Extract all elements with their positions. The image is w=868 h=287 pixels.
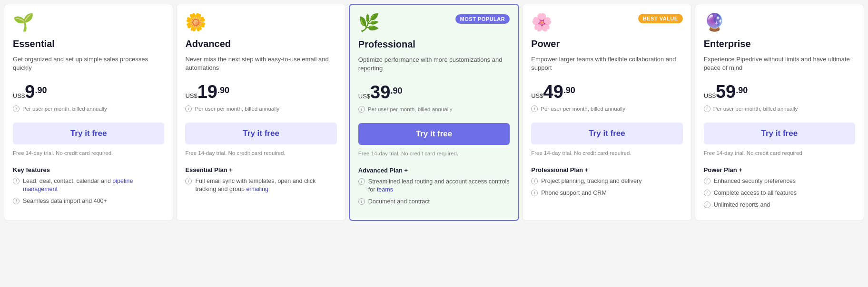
trial-note-enterprise: Free 14-day trial. No credit card requir… [704, 150, 855, 156]
feature-item-power-0: iProject planning, tracking and delivery [531, 177, 682, 185]
plan-price-enterprise: US$59.90 [704, 83, 855, 101]
billing-info-icon-essential: i [13, 105, 20, 112]
price-billing-advanced: iPer user per month, billed annually [185, 105, 336, 112]
feature-item-enterprise-1: iComplete access to all features [704, 189, 855, 197]
price-billing-enterprise: iPer user per month, billed annually [704, 105, 855, 112]
feature-item-essential-1: iSeamless data import and 400+ [13, 197, 164, 205]
feature-item-professional-1: iDocument and contract [358, 198, 510, 206]
price-currency-advanced: US$ [185, 92, 197, 99]
try-btn-power[interactable]: Try it free [531, 123, 682, 144]
plan-card-advanced: 🌼AdvancedNever miss the next step with e… [176, 4, 345, 221]
try-btn-essential[interactable]: Try it free [13, 123, 164, 144]
trial-note-advanced: Free 14-day trial. No credit card requir… [185, 150, 336, 156]
feature-info-icon-enterprise-0: i [704, 178, 710, 184]
feature-item-professional-0: iStreamlined lead routing and account ac… [358, 178, 510, 194]
features-title-professional: Advanced Plan + [358, 167, 510, 174]
plan-price-advanced: US$19.90 [185, 83, 336, 101]
plan-description-essential: Get organized and set up simple sales pr… [13, 55, 164, 74]
price-billing-power: iPer user per month, billed annually [531, 105, 682, 112]
price-decimal-advanced: .90 [217, 86, 229, 96]
plan-name-essential: Essential [13, 38, 164, 49]
billing-info-icon-professional: i [358, 106, 365, 113]
plan-icon-professional: 🌿 [358, 14, 380, 31]
price-billing-professional: iPer user per month, billed annually [358, 106, 510, 113]
price-amount-essential: 9 [25, 83, 35, 101]
plan-name-enterprise: Enterprise [704, 38, 855, 49]
features-title-advanced: Essential Plan + [185, 166, 336, 173]
feature-item-enterprise-0: iEnhanced security preferences [704, 177, 855, 185]
plan-description-enterprise: Experience Pipedrive without limits and … [704, 55, 855, 74]
plan-icon-power: 🌸 [531, 14, 552, 31]
plan-badge-power: BEST VALUE [638, 14, 683, 23]
price-decimal-professional: .90 [390, 86, 402, 96]
feature-item-essential-0: iLead, deal, contact, calendar and pipel… [13, 177, 164, 193]
billing-text-professional: Per user per month, billed annually [368, 106, 453, 112]
features-title-essential: Key features [13, 166, 164, 173]
billing-text-essential: Per user per month, billed annually [22, 106, 107, 112]
feature-info-icon-enterprise-2: i [704, 201, 710, 208]
feature-text-professional-1: Document and contract [368, 198, 430, 206]
price-amount-advanced: 19 [197, 83, 217, 101]
feature-item-enterprise-2: iUnlimited reports and [704, 201, 855, 209]
plans-container: 🌱EssentialGet organized and set up simpl… [4, 4, 864, 221]
plan-description-power: Empower larger teams with flexible colla… [531, 55, 682, 74]
feature-info-icon-power-1: i [531, 190, 538, 196]
trial-note-power: Free 14-day trial. No credit card requir… [531, 150, 682, 156]
trial-note-essential: Free 14-day trial. No credit card requir… [13, 150, 164, 156]
plan-header-power: 🌸BEST VALUE [531, 14, 682, 31]
feature-item-advanced-0: iFull email sync with templates, open an… [185, 177, 336, 193]
plan-card-power: 🌸BEST VALUEPowerEmpower larger teams wit… [522, 4, 691, 221]
price-decimal-power: .90 [563, 86, 575, 96]
price-amount-professional: 39 [370, 83, 390, 101]
features-title-enterprise: Power Plan + [704, 166, 855, 173]
plan-header-advanced: 🌼 [185, 14, 336, 31]
feature-info-icon-professional-0: i [358, 178, 365, 185]
plan-card-enterprise: 🔮EnterpriseExperience Pipedrive without … [695, 4, 864, 221]
price-currency-professional: US$ [358, 93, 370, 100]
plan-description-advanced: Never miss the next step with easy-to-us… [185, 55, 336, 74]
plan-name-professional: Professional [358, 39, 510, 50]
plan-icon-essential: 🌱 [13, 14, 34, 31]
plan-price-power: US$49.90 [531, 83, 682, 101]
feature-text-enterprise-1: Complete access to all features [714, 189, 797, 197]
billing-text-advanced: Per user per month, billed annually [195, 106, 279, 112]
plan-price-essential: US$9.90 [13, 83, 164, 101]
features-title-power: Professional Plan + [531, 166, 682, 173]
feature-info-icon-power-0: i [531, 178, 538, 184]
price-currency-enterprise: US$ [704, 92, 716, 99]
plan-header-professional: 🌿MOST POPULAR [358, 14, 510, 31]
price-billing-essential: iPer user per month, billed annually [13, 105, 164, 112]
plan-header-essential: 🌱 [13, 14, 164, 31]
feature-item-power-1: iPhone support and CRM [531, 189, 682, 197]
billing-info-icon-enterprise: i [704, 105, 710, 112]
plan-icon-advanced: 🌼 [185, 14, 207, 31]
plan-description-professional: Optimize performance with more customiza… [358, 56, 510, 75]
price-amount-enterprise: 59 [716, 83, 736, 101]
billing-text-enterprise: Per user per month, billed annually [713, 106, 798, 112]
features-section-essential: Key featuresiLead, deal, contact, calend… [13, 166, 164, 209]
price-currency-power: US$ [531, 92, 543, 99]
feature-info-icon-advanced-0: i [185, 178, 192, 184]
try-btn-enterprise[interactable]: Try it free [704, 123, 855, 144]
plan-icon-enterprise: 🔮 [704, 14, 725, 31]
features-section-power: Professional Plan +iProject planning, tr… [531, 166, 682, 201]
feature-info-icon-essential-1: i [13, 198, 20, 204]
feature-info-icon-enterprise-1: i [704, 190, 710, 196]
billing-text-power: Per user per month, billed annually [541, 106, 625, 112]
plan-card-essential: 🌱EssentialGet organized and set up simpl… [4, 4, 173, 221]
feature-text-advanced-0: Full email sync with templates, open and… [195, 177, 336, 193]
feature-text-enterprise-2: Unlimited reports and [714, 201, 770, 209]
try-btn-advanced[interactable]: Try it free [185, 123, 336, 144]
plan-name-power: Power [531, 38, 682, 49]
plan-price-professional: US$39.90 [358, 83, 510, 101]
feature-text-professional-0: Streamlined lead routing and account acc… [368, 178, 510, 194]
billing-info-icon-advanced: i [185, 105, 192, 112]
feature-text-power-1: Phone support and CRM [541, 189, 607, 197]
try-btn-professional[interactable]: Try it free [358, 123, 510, 145]
plan-card-professional: 🌿MOST POPULARProfessionalOptimize perfor… [349, 4, 519, 221]
billing-info-icon-power: i [531, 105, 538, 112]
feature-text-essential-1: Seamless data import and 400+ [23, 197, 107, 205]
features-section-advanced: Essential Plan +iFull email sync with te… [185, 166, 336, 197]
feature-info-icon-essential-0: i [13, 178, 20, 184]
price-amount-power: 49 [543, 83, 563, 101]
